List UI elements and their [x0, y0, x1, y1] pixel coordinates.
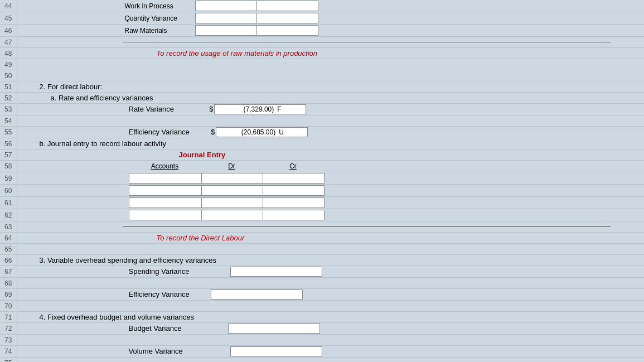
row-num-53: 53: [0, 104, 17, 115]
row-num-48: 48: [0, 48, 17, 59]
journal-row4-cr[interactable]: [263, 210, 324, 220]
row-47: 47: [0, 37, 644, 48]
rawmat-cr-input[interactable]: [257, 26, 318, 36]
row-70: 70: [0, 301, 644, 312]
row-46: 46 Raw Materials: [0, 25, 644, 37]
budget-variance-value[interactable]: [228, 324, 289, 334]
row-61: 61: [0, 197, 644, 209]
row-content-74: Volume Variance: [17, 346, 644, 358]
volume-variance-value[interactable]: [230, 346, 292, 356]
row-num-49: 49: [0, 59, 17, 70]
note-direct-labour: To record the Direct Labour: [157, 234, 245, 242]
row-68: 68: [0, 278, 644, 289]
row-54: 54: [0, 115, 644, 127]
row-num-47: 47: [0, 37, 17, 48]
section2a-header: a. Rate and efficiency variances: [51, 94, 153, 102]
rate-dollar: $: [210, 105, 214, 113]
row-content-67: Spending Variance: [17, 266, 644, 278]
row-num-66: 66: [0, 255, 17, 266]
row-num-50: 50: [0, 70, 17, 81]
row-content-56: b. Journal entry to record labour activi…: [17, 138, 644, 149]
row-content-44: Work in Process: [17, 0, 644, 12]
row-content-73: [17, 335, 644, 346]
journal-row4-dr[interactable]: [201, 210, 263, 220]
volume-variance-suffix[interactable]: [292, 346, 322, 356]
row-64: 64 To record the Direct Labour: [0, 233, 644, 244]
efficiency-variance-suffix[interactable]: [277, 127, 308, 137]
row-num-67: 67: [0, 266, 17, 278]
row-content-48: To record the usage of raw materials in …: [17, 48, 644, 59]
note-raw-materials: To record the usage of raw materials in …: [157, 49, 318, 57]
journal-row3-account[interactable]: [129, 198, 201, 208]
row-63: 63: [0, 221, 644, 233]
budget-variance-label: Budget Variance: [129, 324, 182, 332]
row-num-75: 75: [0, 358, 17, 363]
row-num-64: 64: [0, 233, 17, 244]
row-num-68: 68: [0, 278, 17, 289]
row-content-52: a. Rate and efficiency variances: [17, 93, 644, 104]
row-num-71: 71: [0, 312, 17, 323]
row-num-56: 56: [0, 138, 17, 149]
journal-row3-cr[interactable]: [263, 198, 324, 208]
journal-row2-account[interactable]: [129, 186, 201, 196]
row-content-58: Accounts Dr Cr: [17, 161, 644, 172]
row-content-49: [17, 59, 644, 70]
section2b-header: b. Journal entry to record labour activi…: [40, 139, 167, 148]
row-num-72: 72: [0, 323, 17, 335]
row-content-71: 4. Fixed overhead budget and volume vari…: [17, 312, 644, 323]
rate-variance-suffix[interactable]: [275, 104, 306, 114]
efficiency-variance2-value[interactable]: [211, 289, 272, 300]
journal-data-table-62: [129, 210, 325, 220]
row-69: 69 Efficiency Variance: [0, 289, 644, 301]
qty-cr-input[interactable]: [257, 13, 318, 23]
row-65: 65: [0, 244, 644, 255]
journal-dr-header: Dr: [201, 161, 263, 171]
row-62: 62: [0, 209, 644, 221]
qty-table: Quantity Variance: [123, 13, 319, 23]
row-num-58: 58: [0, 161, 17, 172]
row-content-47: [17, 37, 644, 48]
journal-row4-account[interactable]: [129, 210, 201, 220]
journal-header-table: Accounts Dr Cr: [129, 161, 324, 171]
row-content-68: [17, 278, 644, 289]
row-content-66: 3. Variable overhead spending and effici…: [17, 255, 644, 266]
qty-dr-input[interactable]: [196, 13, 257, 23]
row-num-44: 44: [0, 0, 17, 12]
wip-dr-input[interactable]: [196, 1, 257, 11]
section2-header: 2. For direct labour:: [17, 83, 103, 91]
journal-row2-cr[interactable]: [263, 186, 324, 196]
journal-row1-cr[interactable]: [263, 173, 324, 184]
rawmat-label: Raw Materials: [123, 26, 196, 36]
row-55: 55 Efficiency Variance $: [0, 127, 644, 138]
row-num-57: 57: [0, 149, 17, 161]
efficiency-variance2-suffix[interactable]: [272, 289, 303, 300]
row-num-55: 55: [0, 127, 17, 138]
spending-variance-suffix[interactable]: [292, 267, 322, 277]
row-content-60: [17, 185, 644, 197]
journal-row1-dr[interactable]: [201, 173, 263, 184]
spending-variance-label: Spending Variance: [129, 267, 190, 276]
row-44: 44 Work in Process: [0, 0, 644, 12]
row-num-46: 46: [0, 25, 17, 37]
row-num-54: 54: [0, 115, 17, 127]
row-content-50: [17, 70, 644, 81]
efficiency-variance-value[interactable]: [216, 127, 277, 137]
spending-variance-value[interactable]: [230, 267, 292, 277]
spreadsheet: 44 Work in Process 45 Quantity Variance: [0, 0, 644, 362]
row-content-69: Efficiency Variance: [17, 289, 644, 301]
rate-variance-value[interactable]: [214, 104, 275, 114]
journal-row2-dr[interactable]: [201, 186, 263, 196]
row-content-57: Journal Entry: [17, 149, 644, 161]
row-57: 57 Journal Entry: [0, 149, 644, 161]
wip-cr-input[interactable]: [257, 1, 318, 11]
journal-data-table-60: [129, 185, 325, 196]
journal-row3-dr[interactable]: [201, 198, 263, 208]
row-num-65: 65: [0, 244, 17, 255]
row-num-74: 74: [0, 346, 17, 358]
journal-row1-account[interactable]: [129, 173, 201, 184]
rawmat-dr-input[interactable]: [196, 26, 257, 36]
row-50: 50: [0, 70, 644, 81]
row-60: 60: [0, 185, 644, 197]
row-num-70: 70: [0, 301, 17, 312]
budget-variance-suffix[interactable]: [289, 324, 320, 334]
